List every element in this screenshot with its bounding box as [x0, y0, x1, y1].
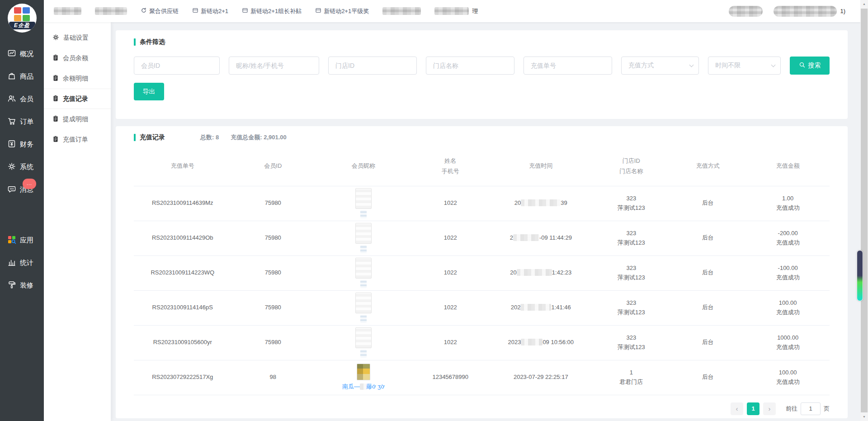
- sidebar-item-apps[interactable]: 应用: [0, 229, 44, 251]
- store-name: 萍测试123: [593, 308, 670, 317]
- next-page-button[interactable]: ›: [763, 402, 776, 415]
- recharge-no-input[interactable]: [524, 57, 612, 75]
- user-menu-blurred[interactable]: 1): [774, 6, 845, 17]
- table-row: RS20230729222517Xg98南瓜—藤ớ ʒờ123456789902…: [134, 360, 830, 395]
- topnav-blurred-tab[interactable]: [95, 7, 127, 15]
- scroll-up-arrow-icon[interactable]: ▲: [860, 0, 868, 8]
- amount-cell: 100.00充值成功: [746, 360, 830, 395]
- app-logo[interactable]: E企盈: [8, 4, 37, 33]
- member-avatar-blurred[interactable]: [355, 223, 372, 244]
- amount-status: 充值成功: [746, 273, 830, 283]
- icon-stats-icon: [7, 258, 16, 268]
- time-range-select[interactable]: 时间不限: [708, 57, 781, 75]
- user-menu-blurred[interactable]: [729, 6, 763, 17]
- column-header: 充值时间: [489, 149, 593, 186]
- table-row: RS20231009105600yr759801022202309 10:56:…: [134, 325, 830, 360]
- store-name-input[interactable]: [426, 57, 514, 75]
- sidebar-spacer: [0, 201, 44, 229]
- finance-submenu: 基础设置会员余额余额明细充值记录提成明细充值订单: [44, 22, 111, 421]
- sidebar-item-order[interactable]: 订单: [0, 110, 44, 133]
- submenu-item-recharge-records[interactable]: 充值记录: [44, 89, 111, 109]
- blurred-nickname: [360, 280, 367, 288]
- table-row: RS20231009114146pS7598010222021:41:46323…: [134, 290, 830, 325]
- store-cell: 323萍测试123: [593, 325, 670, 360]
- method-cell: 后台: [670, 221, 746, 255]
- submenu-item-recharge-orders[interactable]: 充值订单: [44, 129, 111, 150]
- table-row: RS20231009114429Ob7598010222-09 11:44:29…: [134, 221, 830, 255]
- blurred-text-block: [774, 6, 837, 17]
- amount-cell: -200.00充值成功: [746, 221, 830, 255]
- store-id: 323: [593, 229, 670, 238]
- topnav-tab-label: 聚合供应链: [149, 7, 179, 15]
- sidebar-item-system[interactable]: 系统: [0, 156, 44, 178]
- goto-page-input[interactable]: [801, 402, 821, 415]
- store-name: 萍测试123: [593, 273, 670, 283]
- topnav-tab-2[interactable]: 聚合供应链: [141, 7, 179, 15]
- export-button[interactable]: 导出: [134, 83, 164, 100]
- recharge-records-table: 充值单号会员ID会员昵称姓名手机号充值时间门店ID门店名称充值方式充值金额 RS…: [134, 149, 830, 395]
- member-avatar-blurred[interactable]: [355, 327, 372, 348]
- column-header: 姓名手机号: [412, 149, 489, 186]
- member-avatar-blurred[interactable]: [355, 258, 372, 279]
- store-id: 323: [593, 298, 670, 308]
- store-cell: 1君君门店: [593, 360, 670, 395]
- submenu-item-balance-detail[interactable]: 余额明细: [44, 68, 111, 89]
- nickname-text: 藤ớ ʒờ: [366, 383, 385, 390]
- member-avatar-blurred[interactable]: [355, 188, 372, 209]
- search-button-label: 搜索: [808, 61, 821, 70]
- blurred-nickname: [360, 350, 367, 358]
- column-header-line: 充值单号: [134, 161, 231, 171]
- sidebar-item-finance[interactable]: 财务: [0, 133, 44, 156]
- recharge-time-cell: 2023-07-29 22:25:17: [489, 360, 593, 395]
- member-nickname-cell: [315, 290, 412, 325]
- store-name: 萍测试123: [593, 238, 670, 248]
- records-card: 充值记录 总数: 8 充值总金额: 2,901.00 充值单号会员ID会员昵称姓…: [116, 126, 848, 418]
- store-id: 323: [593, 194, 670, 203]
- store-cell: 323萍测试123: [593, 255, 670, 290]
- topnav-blurred-tab[interactable]: 理: [434, 7, 478, 15]
- scrollbar-thumb[interactable]: [861, 9, 868, 412]
- nickname-name-phone-input[interactable]: [229, 57, 319, 75]
- submenu-item-commission-detail[interactable]: 提成明细: [44, 109, 111, 129]
- time-text: 202: [511, 304, 521, 311]
- window-scrollbar[interactable]: ▲ ▼: [860, 0, 868, 421]
- store-name: 君君门店: [593, 378, 670, 387]
- sidebar-item-member[interactable]: 会员: [0, 88, 44, 110]
- column-header: 充值金额: [746, 149, 830, 186]
- search-button[interactable]: 搜索: [790, 57, 830, 75]
- sidebar-item-stats[interactable]: 统计: [0, 251, 44, 274]
- sidebar-item-overview[interactable]: 概况: [0, 43, 44, 65]
- topnav-tab-5[interactable]: 新链动2+1平级奖: [315, 7, 369, 15]
- amount-status: 充值成功: [746, 378, 830, 387]
- prev-page-button[interactable]: ‹: [731, 402, 743, 415]
- topnav-blurred-tab[interactable]: [382, 7, 421, 15]
- sidebar-item-goods[interactable]: 商品: [0, 65, 44, 88]
- member-avatar-blurred[interactable]: [355, 293, 372, 313]
- search-icon: [799, 61, 806, 70]
- scroll-down-arrow-icon[interactable]: ▼: [860, 413, 868, 421]
- submenu-item-member-balance[interactable]: 会员余额: [44, 48, 111, 68]
- total-amount: 充值总金额: 2,901.00: [231, 133, 287, 142]
- topnav-blurred-tab[interactable]: [54, 7, 81, 15]
- blurred-nickname: [360, 245, 367, 253]
- topnav-tab-3[interactable]: 新链动2+1: [192, 7, 228, 15]
- topnav-tab-4[interactable]: 新链动2+1组长补贴: [242, 7, 302, 15]
- store-id-input[interactable]: [328, 57, 417, 75]
- column-header-line: 充值金额: [746, 161, 830, 171]
- time-text: 09 10:56:00: [542, 339, 574, 345]
- member-nickname-link[interactable]: 南瓜—藤ớ ʒờ: [315, 382, 412, 392]
- member-avatar[interactable]: [357, 364, 370, 380]
- submenu-item-basic-settings[interactable]: 基础设置: [44, 28, 111, 48]
- store-name: 萍测试123: [593, 343, 670, 352]
- column-header-line: 会员昵称: [315, 161, 412, 171]
- scroll-indicator-pill[interactable]: [857, 250, 863, 301]
- current-page-button[interactable]: 1: [747, 402, 760, 415]
- recharge-method-select[interactable]: 充值方式: [621, 57, 699, 75]
- sidebar-item-decorate[interactable]: 装修: [0, 274, 44, 297]
- sidebar-item-label: 概况: [20, 50, 33, 58]
- sidebar-item-message[interactable]: 消息...: [0, 178, 44, 201]
- member-id-input[interactable]: [134, 57, 220, 75]
- name-phone-cell: 1022: [412, 290, 489, 325]
- store-name: 萍测试123: [593, 203, 670, 213]
- card-icon: [315, 7, 321, 15]
